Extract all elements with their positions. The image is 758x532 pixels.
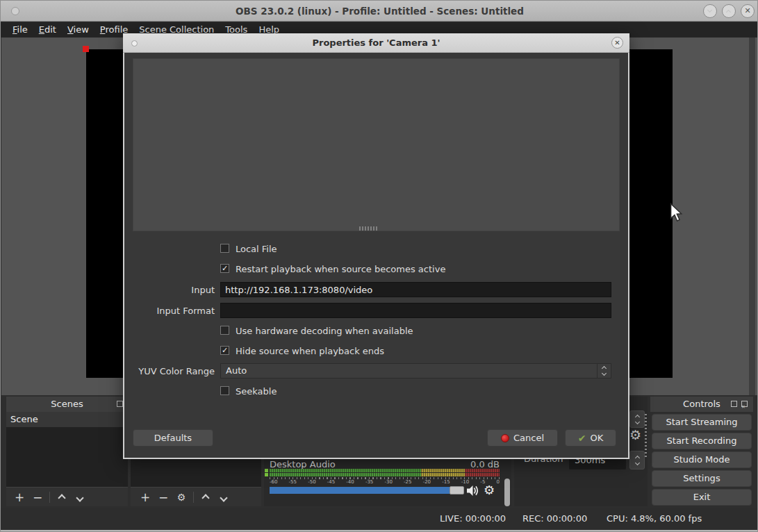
tick-label: -35	[365, 479, 373, 485]
scenes-toolbar: + −	[6, 487, 128, 506]
input-format-label: Input Format	[124, 306, 215, 316]
start-recording-button[interactable]: Start Recording	[652, 433, 752, 449]
chevron-up-icon	[726, 10, 731, 15]
remove-source-button[interactable]: −	[154, 490, 172, 504]
live-time: LIVE: 00:00:00	[440, 508, 506, 530]
mixer-gear-icon[interactable]: ⚙	[484, 483, 495, 497]
volume-slider[interactable]	[270, 487, 464, 494]
source-properties-gear-icon[interactable]: ⚙	[172, 492, 190, 503]
check-icon: ✓	[222, 264, 228, 273]
ok-button[interactable]: ✔ OK	[565, 429, 616, 447]
local-file-label: Local File	[236, 244, 277, 254]
controls-panel-title: Controls	[683, 399, 720, 409]
hw-decoding-label: Use hardware decoding when available	[236, 326, 413, 336]
tick-label: -25	[404, 479, 411, 485]
start-streaming-button[interactable]: Start Streaming	[652, 414, 752, 431]
close-icon: ✕	[614, 39, 620, 47]
dock-splitter-handle[interactable]	[645, 414, 647, 458]
tick-label: -10	[461, 479, 469, 485]
tick-label: -30	[384, 479, 392, 485]
input-format-field[interactable]	[220, 303, 611, 318]
mixer-scrollbar[interactable]	[504, 479, 510, 506]
cpu-fps-status: CPU: 4.8%, 60.00 fps	[607, 508, 702, 530]
float-panel-icon[interactable]	[117, 401, 123, 407]
ok-button-label: OK	[590, 433, 603, 443]
add-scene-button[interactable]: +	[10, 490, 28, 504]
input-label: Input	[124, 285, 215, 295]
move-source-down-button[interactable]	[215, 490, 233, 504]
menu-file[interactable]: File	[7, 22, 33, 38]
check-icon: ✓	[222, 346, 228, 355]
minimize-button[interactable]	[703, 4, 717, 18]
mixer-db-value: 0.0 dB	[470, 459, 500, 469]
rec-time: REC: 00:00:00	[522, 508, 587, 530]
move-source-up-button[interactable]	[197, 490, 215, 504]
close-icon: ✕	[741, 399, 745, 415]
move-scene-up-button[interactable]	[53, 490, 71, 504]
chevron-down-icon	[634, 460, 639, 465]
cancel-button-label: Cancel	[513, 433, 544, 443]
menu-view[interactable]: View	[62, 22, 94, 38]
cancel-icon	[501, 434, 509, 442]
transition-gear-icon[interactable]: ⚙	[629, 427, 641, 442]
controls-panel: Controls ✕ Start Streaming Start Recordi…	[650, 397, 753, 506]
combo-spinner	[597, 364, 611, 378]
scenes-panel-header[interactable]: Scenes	[6, 397, 128, 412]
settings-button[interactable]: Settings	[652, 470, 752, 487]
tick-label: -40	[346, 479, 354, 485]
close-panel-icon[interactable]: ✕	[741, 401, 748, 407]
yuv-color-range-label: YUV Color Range	[124, 366, 215, 376]
input-field[interactable]	[220, 282, 611, 297]
scene-list-item[interactable]: Scene	[6, 412, 128, 427]
toolbar-separator	[193, 492, 194, 503]
chevron-down-icon	[634, 419, 639, 424]
dialog-source-preview	[133, 58, 620, 231]
restart-playback-label: Restart playback when source becomes act…	[236, 264, 445, 274]
defaults-button-label: Defaults	[154, 433, 192, 443]
defaults-button[interactable]: Defaults	[133, 429, 213, 447]
maximize-button[interactable]	[722, 4, 736, 18]
dialog-title: Properties for 'Camera 1'	[123, 33, 629, 53]
add-source-button[interactable]: +	[136, 490, 154, 504]
scenes-panel: Scenes Scene + −	[6, 397, 128, 506]
window-titlebar[interactable]: OBS 23.0.2 (linux) - Profile: Untitled -…	[1, 1, 758, 22]
cancel-button[interactable]: Cancel	[487, 429, 558, 447]
seekable-checkbox[interactable]	[220, 386, 229, 395]
preview-margin	[749, 38, 755, 395]
source-selection-handle[interactable]	[83, 46, 89, 52]
toolbar-separator	[49, 492, 50, 503]
hide-source-checkbox[interactable]: ✓	[220, 346, 229, 355]
tick-label: -15	[442, 479, 450, 485]
tick-label: -55	[289, 479, 297, 485]
close-button[interactable]: ✕	[741, 4, 755, 18]
chevron-up-icon	[201, 494, 209, 501]
remove-scene-button[interactable]: −	[28, 490, 47, 504]
chevron-down-icon	[220, 494, 227, 501]
dialog-close-button[interactable]: ✕	[611, 37, 623, 49]
duration-spinner[interactable]	[629, 451, 645, 469]
yuv-selected-value: Auto	[226, 365, 247, 376]
exit-button[interactable]: Exit	[652, 489, 752, 506]
tick-label: -50	[308, 479, 315, 485]
preview-resize-grip[interactable]	[359, 226, 377, 231]
scenes-list: Scene	[6, 412, 128, 487]
move-scene-down-button[interactable]	[71, 490, 89, 504]
chevron-down-icon	[76, 494, 83, 501]
volume-meter-right	[270, 473, 500, 476]
menu-edit[interactable]: Edit	[33, 22, 62, 38]
studio-mode-button[interactable]: Studio Mode	[652, 451, 752, 468]
restart-playback-checkbox[interactable]: ✓	[220, 264, 229, 273]
seekable-label: Seekable	[236, 386, 277, 397]
hw-decoding-checkbox[interactable]	[220, 326, 229, 335]
local-file-checkbox[interactable]	[220, 244, 229, 253]
float-panel-icon[interactable]	[731, 401, 737, 407]
window-title: OBS 23.0.2 (linux) - Profile: Untitled -…	[1, 1, 758, 22]
tick-label: -20	[423, 479, 431, 485]
speaker-icon[interactable]	[467, 485, 480, 497]
yuv-color-range-select[interactable]: Auto	[220, 363, 611, 379]
volume-slider-handle[interactable]	[450, 486, 464, 494]
controls-panel-header[interactable]: Controls ✕	[650, 397, 753, 412]
transition-combo-spinner[interactable]	[629, 410, 645, 428]
volume-slider-fill	[270, 487, 451, 494]
dialog-titlebar[interactable]: Properties for 'Camera 1' ✕	[123, 33, 629, 53]
